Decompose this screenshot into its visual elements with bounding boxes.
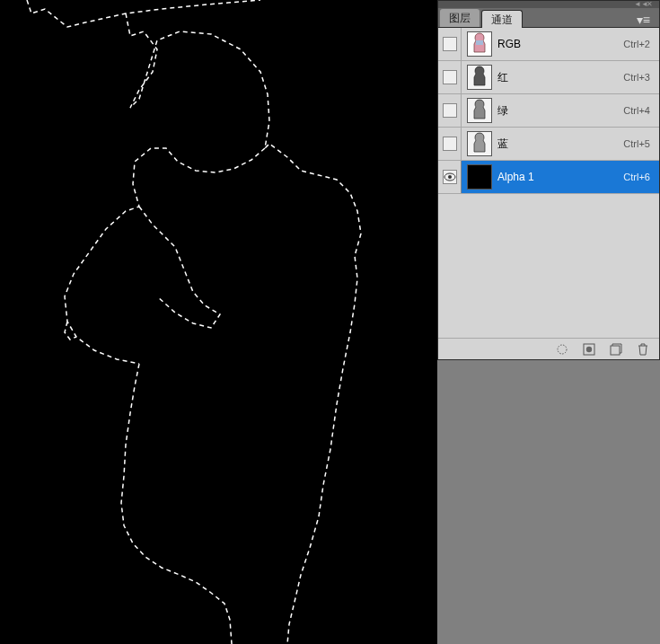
channel-row-blue[interactable]: 蓝 Ctrl+5	[438, 128, 659, 161]
channel-shortcut: Ctrl+4	[623, 105, 650, 116]
svg-point-1	[448, 175, 452, 179]
new-channel-icon[interactable]	[609, 342, 623, 357]
workspace-background	[437, 360, 660, 644]
channel-shortcut: Ctrl+3	[623, 72, 650, 83]
svg-rect-5	[611, 346, 620, 355]
channel-name: 蓝	[497, 137, 618, 152]
panel-menu-icon[interactable]: ▾≡	[633, 13, 654, 27]
channel-thumbnail	[467, 98, 492, 123]
channel-shortcut: Ctrl+2	[623, 39, 650, 49]
save-selection-as-channel-icon[interactable]	[582, 342, 596, 357]
canvas-area[interactable]	[0, 0, 437, 644]
visibility-toggle[interactable]	[438, 61, 462, 93]
channel-row-rgb[interactable]: RGB Ctrl+2	[438, 28, 659, 61]
visibility-toggle[interactable]	[438, 94, 462, 127]
channel-name: 红	[497, 70, 618, 85]
svg-point-2	[558, 345, 567, 354]
channel-list-empty-area	[438, 194, 659, 338]
channels-panel: ◄◄ ✕ 图层 通道 ▾≡ RGB Ctrl+2 红	[437, 0, 660, 360]
channel-shortcut: Ctrl+5	[623, 138, 650, 149]
channel-list: RGB Ctrl+2 红 Ctrl+3 绿 Ctrl+4	[438, 28, 659, 338]
channel-name: Alpha 1	[497, 171, 618, 183]
channel-row-alpha1[interactable]: Alpha 1 Ctrl+6	[438, 161, 659, 194]
channel-shortcut: Ctrl+6	[623, 172, 650, 182]
channel-thumbnail	[467, 65, 492, 90]
eye-icon	[444, 172, 456, 181]
canvas-selection-outline	[0, 0, 437, 644]
svg-point-4	[586, 346, 592, 351]
load-channel-as-selection-icon[interactable]	[555, 342, 569, 357]
channel-thumbnail	[467, 131, 492, 156]
channel-row-green[interactable]: 绿 Ctrl+4	[438, 94, 659, 128]
panel-titlebar: ◄◄ ✕	[438, 1, 659, 8]
channel-thumbnail	[467, 164, 492, 190]
tab-layers[interactable]: 图层	[440, 9, 480, 27]
panel-footer	[438, 338, 659, 359]
tab-channels[interactable]: 通道	[481, 10, 523, 28]
channel-name: RGB	[497, 38, 618, 50]
collapse-icon[interactable]: ◄◄	[634, 2, 643, 7]
channel-name: 绿	[497, 103, 618, 119]
channel-thumbnail	[467, 31, 492, 57]
visibility-toggle[interactable]	[438, 161, 462, 193]
visibility-toggle[interactable]	[438, 128, 462, 160]
close-icon[interactable]: ✕	[647, 2, 656, 7]
channel-row-red[interactable]: 红 Ctrl+3	[438, 61, 659, 94]
visibility-toggle[interactable]	[438, 28, 462, 60]
panel-tabs: 图层 通道 ▾≡	[438, 8, 659, 28]
delete-channel-icon[interactable]	[636, 342, 650, 357]
